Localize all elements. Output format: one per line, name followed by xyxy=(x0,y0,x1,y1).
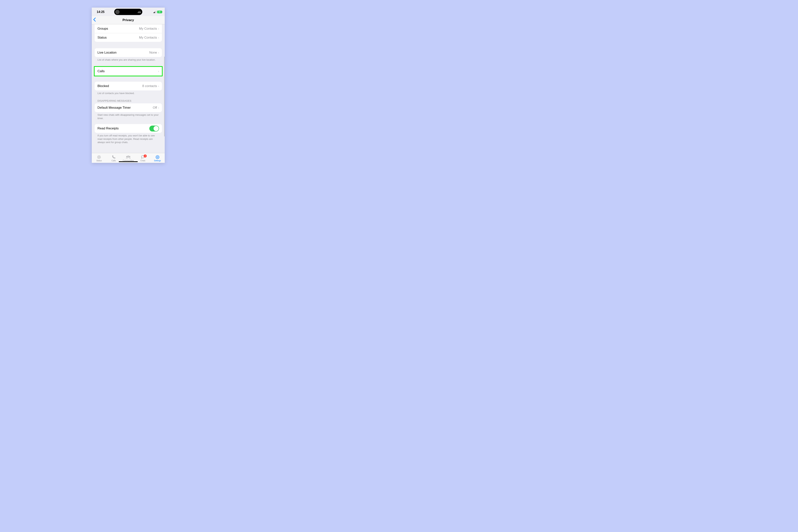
row-label: Status xyxy=(97,36,139,39)
row-value: 8 contacts xyxy=(142,84,157,88)
gear-icon xyxy=(155,155,159,159)
status-right: 60 xyxy=(153,11,162,13)
audio-waveform-icon xyxy=(138,11,141,13)
read-receipts-toggle[interactable] xyxy=(149,126,159,132)
settings-content[interactable]: Groups My Contacts › Status My Contacts … xyxy=(92,24,165,153)
tab-chats[interactable]: 2 Chats xyxy=(135,155,150,162)
home-indicator[interactable] xyxy=(119,161,138,162)
back-button[interactable] xyxy=(93,18,96,23)
row-label: Blocked xyxy=(97,84,142,88)
dynamic-island[interactable] xyxy=(114,9,142,15)
svg-point-3 xyxy=(126,156,127,157)
svg-point-1 xyxy=(98,156,100,158)
svg-point-2 xyxy=(128,156,129,157)
chevron-right-icon: › xyxy=(158,36,159,39)
row-label: Read Receipts xyxy=(97,127,149,130)
chevron-right-icon: › xyxy=(158,106,159,109)
privacy-group-disappearing: Default Message Timer Off › xyxy=(95,103,162,112)
row-read-receipts: Read Receipts xyxy=(95,124,162,133)
row-live-location[interactable]: Live Location None › xyxy=(95,48,162,57)
nav-bar: Privacy xyxy=(92,16,165,24)
now-playing-artwork-icon xyxy=(115,10,119,14)
row-status[interactable]: Status My Contacts › xyxy=(95,33,162,42)
battery-icon: 60 xyxy=(157,11,162,13)
chats-badge: 2 xyxy=(144,154,147,157)
tab-label: Chats xyxy=(140,159,145,162)
svg-point-6 xyxy=(157,156,158,158)
tab-label: Status xyxy=(96,159,102,162)
annotation-highlight-calls: Calls › xyxy=(94,66,163,76)
chevron-right-icon: › xyxy=(158,27,159,30)
row-label: Default Message Timer xyxy=(97,106,153,110)
row-value: My Contacts xyxy=(139,27,157,31)
row-blocked[interactable]: Blocked 8 contacts › xyxy=(95,82,162,91)
privacy-group-live-location: Live Location None › xyxy=(95,48,162,57)
privacy-group-blocked: Blocked 8 contacts › xyxy=(95,82,162,91)
footer-read-receipts: If you turn off read receipts, you won't… xyxy=(92,133,165,144)
status-time: 14:25 xyxy=(97,10,104,14)
status-icon xyxy=(97,155,101,159)
scrollbar[interactable] xyxy=(164,57,165,136)
phone-screen: 14:25 60 Priva xyxy=(92,7,165,163)
tab-settings[interactable]: Settings xyxy=(150,155,165,162)
status-bar: 14:25 60 xyxy=(92,7,165,16)
footer-default-timer: Start new chats with disappearing messag… xyxy=(92,112,165,120)
tab-status[interactable]: Status xyxy=(92,155,107,162)
svg-point-4 xyxy=(129,156,130,157)
cellular-signal-icon xyxy=(153,11,156,13)
phone-icon xyxy=(112,155,116,159)
chevron-right-icon: › xyxy=(158,70,159,73)
svg-point-0 xyxy=(97,156,101,159)
row-label: Groups xyxy=(97,27,139,31)
row-groups[interactable]: Groups My Contacts › xyxy=(95,24,162,33)
tab-communities[interactable]: Communities xyxy=(121,155,136,162)
row-calls[interactable]: Calls › xyxy=(95,67,162,76)
footer-live-location: List of chats where you are sharing your… xyxy=(92,57,165,61)
section-header-disappearing: Disappearing Messages xyxy=(92,99,165,103)
row-default-message-timer[interactable]: Default Message Timer Off › xyxy=(95,103,162,112)
communities-icon xyxy=(126,155,131,159)
page-title: Privacy xyxy=(122,18,134,22)
row-label: Live Location xyxy=(97,51,149,55)
row-label: Calls xyxy=(97,69,158,73)
tab-label: Calls xyxy=(112,159,116,162)
privacy-group-visibility: Groups My Contacts › Status My Contacts … xyxy=(95,24,162,42)
chevron-right-icon: › xyxy=(158,51,159,54)
chevron-right-icon: › xyxy=(158,84,159,88)
privacy-group-read-receipts: Read Receipts xyxy=(95,124,162,133)
tab-calls[interactable]: Calls xyxy=(107,155,121,162)
row-value: Off xyxy=(153,106,157,110)
footer-blocked: List of contacts you have blocked. xyxy=(92,91,165,95)
row-value: My Contacts xyxy=(139,36,157,39)
tab-label: Settings xyxy=(154,159,161,162)
row-value: None xyxy=(149,51,157,55)
